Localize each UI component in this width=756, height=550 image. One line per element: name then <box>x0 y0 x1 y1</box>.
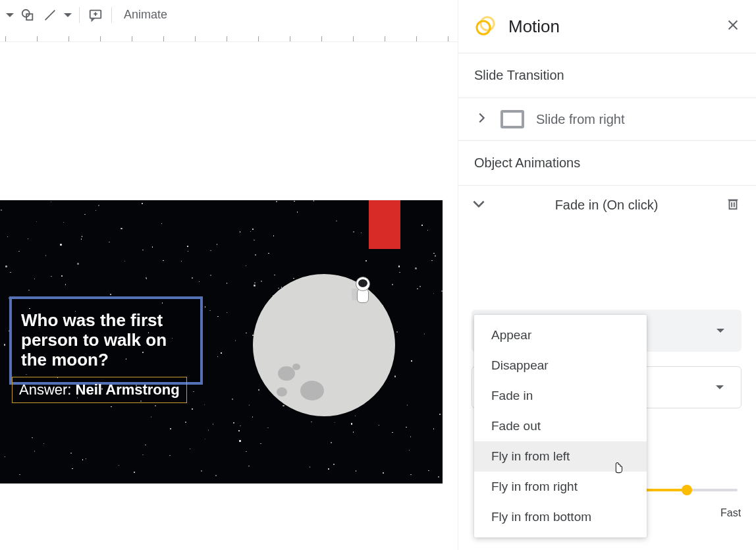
astronaut-shape[interactable] <box>353 277 375 306</box>
dropdown-item[interactable]: Fade out <box>474 411 647 441</box>
chevron-down-icon <box>470 195 487 215</box>
toolbar-divider <box>79 7 80 23</box>
delete-animation-button[interactable] <box>726 196 740 214</box>
panel-title: Motion <box>508 16 713 37</box>
horizontal-ruler[interactable]: // ticks generated below via JS for brev… <box>0 30 458 42</box>
dropdown-item[interactable]: Disappear <box>474 350 647 381</box>
comment-icon <box>88 8 103 22</box>
transition-name: Slide from right <box>536 112 625 127</box>
answer-label: Answer: <box>19 381 76 398</box>
answer-value: Neil Armstrong <box>76 381 180 398</box>
object-animations-heading: Object Animations <box>474 155 740 171</box>
dropdown-item[interactable]: Appear <box>474 320 647 350</box>
red-rectangle-shape[interactable] <box>369 200 400 249</box>
slide-canvas-area: Who was the first person to walk on the … <box>0 42 458 549</box>
transition-row[interactable]: Slide from right <box>458 97 756 140</box>
slide-thumb-icon <box>500 110 524 128</box>
answer-text-box[interactable]: Answer: Neil Armstrong <box>12 377 187 403</box>
close-icon <box>726 18 740 32</box>
comment-button[interactable] <box>85 5 106 26</box>
chevron-down-icon <box>716 385 724 389</box>
shape-tool[interactable] <box>17 5 38 26</box>
panel-header: Motion <box>458 0 756 53</box>
chevron-right-icon <box>474 111 489 128</box>
dropdown-item[interactable]: Fly in from bottom <box>474 502 647 532</box>
motion-icon <box>474 16 495 37</box>
svg-line-2 <box>45 10 55 20</box>
slider-fast-label: Fast <box>720 507 741 519</box>
question-text-box[interactable]: Who was the first person to walk on the … <box>9 296 203 385</box>
question-text: Who was the first person to walk on the … <box>21 310 167 370</box>
object-animations-section: Object Animations <box>458 140 756 185</box>
animate-menu-label[interactable]: Animate <box>117 8 174 22</box>
slide[interactable]: Who was the first person to walk on the … <box>0 200 443 483</box>
pointer-cursor-icon <box>611 462 626 481</box>
line-tool-dropdown[interactable] <box>62 5 74 26</box>
toolbar-divider <box>111 7 112 23</box>
slide-transition-heading: Slide Transition <box>474 68 740 83</box>
line-icon <box>43 8 57 22</box>
shapes-icon <box>20 8 35 22</box>
trash-icon <box>726 196 740 211</box>
chevron-down-icon <box>716 329 724 333</box>
dropdown-item[interactable]: Fade in <box>474 381 647 411</box>
object-animation-row[interactable]: Fade in (On click) <box>458 185 756 224</box>
svg-point-7 <box>481 17 494 30</box>
animation-type-dropdown[interactable]: AppearDisappearFade inFade outFly in fro… <box>474 315 647 537</box>
slide-transition-section: Slide Transition <box>458 53 756 97</box>
svg-rect-10 <box>730 200 737 209</box>
animation-speed-slider[interactable] <box>645 483 738 497</box>
svg-point-6 <box>477 21 490 34</box>
toolbar-dropdown-arrow[interactable] <box>4 5 16 26</box>
object-animation-label: Fade in (On click) <box>487 198 726 213</box>
close-panel-button[interactable] <box>726 18 740 35</box>
line-tool[interactable] <box>40 5 61 26</box>
